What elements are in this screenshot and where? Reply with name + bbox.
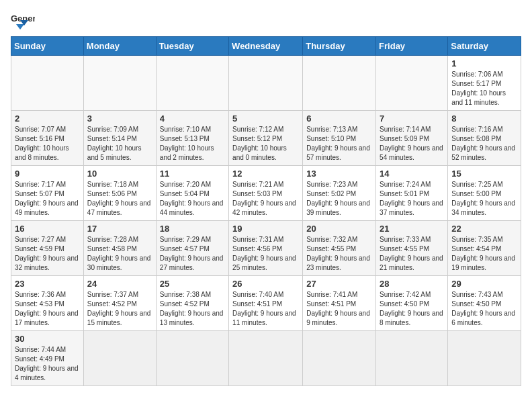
day-of-week-header: Friday bbox=[376, 37, 448, 56]
calendar-cell bbox=[448, 331, 521, 386]
day-number: 25 bbox=[160, 279, 225, 289]
calendar-cell: 30Sunrise: 7:44 AM Sunset: 4:49 PM Dayli… bbox=[11, 331, 84, 386]
calendar-cell: 27Sunrise: 7:41 AM Sunset: 4:51 PM Dayli… bbox=[303, 276, 376, 331]
calendar-cell: 24Sunrise: 7:37 AM Sunset: 4:52 PM Dayli… bbox=[83, 276, 156, 331]
day-info: Sunrise: 7:32 AM Sunset: 4:55 PM Dayligh… bbox=[306, 235, 372, 273]
calendar-cell: 8Sunrise: 7:16 AM Sunset: 5:08 PM Daylig… bbox=[448, 111, 521, 166]
calendar-cell: 4Sunrise: 7:10 AM Sunset: 5:13 PM Daylig… bbox=[156, 111, 228, 166]
calendar-cell bbox=[229, 56, 303, 111]
calendar-cell: 28Sunrise: 7:42 AM Sunset: 4:50 PM Dayli… bbox=[376, 276, 448, 331]
day-number: 16 bbox=[15, 224, 80, 234]
day-number: 3 bbox=[87, 113, 152, 124]
calendar-table: SundayMondayTuesdayWednesdayThursdayFrid… bbox=[11, 36, 521, 386]
day-info: Sunrise: 7:25 AM Sunset: 5:00 PM Dayligh… bbox=[451, 180, 517, 218]
day-info: Sunrise: 7:24 AM Sunset: 5:01 PM Dayligh… bbox=[380, 180, 444, 218]
day-number: 28 bbox=[380, 279, 444, 289]
calendar-week-row: 23Sunrise: 7:36 AM Sunset: 4:53 PM Dayli… bbox=[11, 276, 521, 331]
calendar-cell: 20Sunrise: 7:32 AM Sunset: 4:55 PM Dayli… bbox=[303, 221, 376, 276]
day-number: 27 bbox=[306, 279, 372, 289]
day-number: 1 bbox=[451, 58, 517, 68]
day-number: 10 bbox=[87, 169, 152, 179]
calendar-cell: 26Sunrise: 7:40 AM Sunset: 4:51 PM Dayli… bbox=[229, 276, 303, 331]
calendar-cell: 12Sunrise: 7:21 AM Sunset: 5:03 PM Dayli… bbox=[229, 166, 303, 221]
calendar-cell: 23Sunrise: 7:36 AM Sunset: 4:53 PM Dayli… bbox=[11, 276, 84, 331]
logo-icon: General bbox=[11, 11, 35, 30]
day-number: 2 bbox=[15, 113, 80, 124]
calendar-cell bbox=[229, 331, 303, 386]
day-info: Sunrise: 7:40 AM Sunset: 4:51 PM Dayligh… bbox=[232, 290, 299, 328]
day-info: Sunrise: 7:42 AM Sunset: 4:50 PM Dayligh… bbox=[380, 290, 444, 328]
day-info: Sunrise: 7:28 AM Sunset: 4:58 PM Dayligh… bbox=[87, 235, 152, 273]
day-number: 24 bbox=[87, 279, 152, 289]
calendar-week-row: 16Sunrise: 7:27 AM Sunset: 4:59 PM Dayli… bbox=[11, 221, 521, 276]
calendar-cell bbox=[376, 56, 448, 111]
day-info: Sunrise: 7:07 AM Sunset: 5:16 PM Dayligh… bbox=[15, 125, 80, 163]
logo: General bbox=[11, 11, 38, 30]
day-of-week-header: Monday bbox=[83, 37, 156, 56]
day-number: 22 bbox=[451, 224, 517, 234]
calendar-week-row: 1Sunrise: 7:06 AM Sunset: 5:17 PM Daylig… bbox=[11, 56, 521, 111]
calendar-week-row: 2Sunrise: 7:07 AM Sunset: 5:16 PM Daylig… bbox=[11, 111, 521, 166]
day-info: Sunrise: 7:29 AM Sunset: 4:57 PM Dayligh… bbox=[160, 235, 225, 273]
day-info: Sunrise: 7:27 AM Sunset: 4:59 PM Dayligh… bbox=[15, 235, 80, 273]
day-number: 30 bbox=[15, 334, 80, 344]
day-info: Sunrise: 7:44 AM Sunset: 4:49 PM Dayligh… bbox=[15, 345, 80, 383]
day-number: 14 bbox=[380, 169, 444, 179]
calendar-cell: 25Sunrise: 7:38 AM Sunset: 4:52 PM Dayli… bbox=[156, 276, 228, 331]
day-number: 8 bbox=[451, 113, 517, 124]
day-info: Sunrise: 7:13 AM Sunset: 5:10 PM Dayligh… bbox=[306, 125, 372, 163]
calendar-week-row: 9Sunrise: 7:17 AM Sunset: 5:07 PM Daylig… bbox=[11, 166, 521, 221]
calendar-cell: 6Sunrise: 7:13 AM Sunset: 5:10 PM Daylig… bbox=[303, 111, 376, 166]
day-number: 13 bbox=[306, 169, 372, 179]
day-info: Sunrise: 7:09 AM Sunset: 5:14 PM Dayligh… bbox=[87, 125, 152, 163]
day-number: 19 bbox=[232, 224, 299, 234]
day-info: Sunrise: 7:36 AM Sunset: 4:53 PM Dayligh… bbox=[15, 290, 80, 328]
calendar-cell: 2Sunrise: 7:07 AM Sunset: 5:16 PM Daylig… bbox=[11, 111, 84, 166]
calendar-cell bbox=[303, 331, 376, 386]
calendar-cell: 3Sunrise: 7:09 AM Sunset: 5:14 PM Daylig… bbox=[83, 111, 156, 166]
calendar-cell bbox=[376, 331, 448, 386]
calendar-cell: 15Sunrise: 7:25 AM Sunset: 5:00 PM Dayli… bbox=[448, 166, 521, 221]
day-number: 4 bbox=[160, 113, 225, 124]
calendar-cell bbox=[11, 56, 84, 111]
day-number: 18 bbox=[160, 224, 225, 234]
calendar-cell: 22Sunrise: 7:35 AM Sunset: 4:54 PM Dayli… bbox=[448, 221, 521, 276]
day-number: 9 bbox=[15, 169, 80, 179]
day-info: Sunrise: 7:35 AM Sunset: 4:54 PM Dayligh… bbox=[451, 235, 517, 273]
day-number: 17 bbox=[87, 224, 152, 234]
calendar-cell: 13Sunrise: 7:23 AM Sunset: 5:02 PM Dayli… bbox=[303, 166, 376, 221]
day-of-week-header: Tuesday bbox=[156, 37, 228, 56]
calendar-cell: 7Sunrise: 7:14 AM Sunset: 5:09 PM Daylig… bbox=[376, 111, 448, 166]
day-info: Sunrise: 7:14 AM Sunset: 5:09 PM Dayligh… bbox=[380, 125, 444, 163]
day-number: 7 bbox=[380, 113, 444, 124]
day-info: Sunrise: 7:33 AM Sunset: 4:55 PM Dayligh… bbox=[380, 235, 444, 273]
calendar-cell: 18Sunrise: 7:29 AM Sunset: 4:57 PM Dayli… bbox=[156, 221, 228, 276]
day-info: Sunrise: 7:31 AM Sunset: 4:56 PM Dayligh… bbox=[232, 235, 299, 273]
day-number: 21 bbox=[380, 224, 444, 234]
day-of-week-header: Wednesday bbox=[229, 37, 303, 56]
day-info: Sunrise: 7:12 AM Sunset: 5:12 PM Dayligh… bbox=[232, 125, 299, 163]
calendar-header-row: SundayMondayTuesdayWednesdayThursdayFrid… bbox=[11, 37, 521, 56]
day-number: 29 bbox=[451, 279, 517, 289]
day-number: 26 bbox=[232, 279, 299, 289]
day-number: 5 bbox=[232, 113, 299, 124]
calendar-cell bbox=[156, 331, 228, 386]
calendar-cell: 14Sunrise: 7:24 AM Sunset: 5:01 PM Dayli… bbox=[376, 166, 448, 221]
day-info: Sunrise: 7:16 AM Sunset: 5:08 PM Dayligh… bbox=[451, 125, 517, 163]
calendar-cell: 21Sunrise: 7:33 AM Sunset: 4:55 PM Dayli… bbox=[376, 221, 448, 276]
day-of-week-header: Sunday bbox=[11, 37, 84, 56]
day-info: Sunrise: 7:20 AM Sunset: 5:04 PM Dayligh… bbox=[160, 180, 225, 218]
calendar-cell: 9Sunrise: 7:17 AM Sunset: 5:07 PM Daylig… bbox=[11, 166, 84, 221]
svg-marker-1 bbox=[16, 24, 24, 30]
day-info: Sunrise: 7:43 AM Sunset: 4:50 PM Dayligh… bbox=[451, 290, 517, 328]
calendar-cell: 29Sunrise: 7:43 AM Sunset: 4:50 PM Dayli… bbox=[448, 276, 521, 331]
day-info: Sunrise: 7:10 AM Sunset: 5:13 PM Dayligh… bbox=[160, 125, 225, 163]
day-number: 12 bbox=[232, 169, 299, 179]
day-of-week-header: Thursday bbox=[303, 37, 376, 56]
day-info: Sunrise: 7:23 AM Sunset: 5:02 PM Dayligh… bbox=[306, 180, 372, 218]
day-number: 6 bbox=[306, 113, 372, 124]
calendar-cell: 5Sunrise: 7:12 AM Sunset: 5:12 PM Daylig… bbox=[229, 111, 303, 166]
calendar-cell bbox=[83, 331, 156, 386]
calendar-cell bbox=[303, 56, 376, 111]
calendar-cell: 1Sunrise: 7:06 AM Sunset: 5:17 PM Daylig… bbox=[448, 56, 521, 111]
